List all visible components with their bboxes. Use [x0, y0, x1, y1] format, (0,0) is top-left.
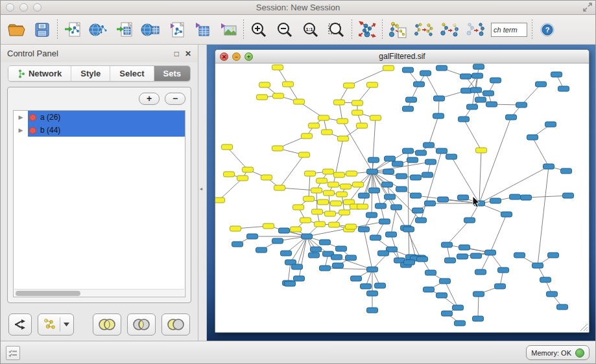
graph-node: [406, 97, 417, 102]
minimize-view-icon[interactable]: −: [232, 52, 241, 61]
graph-node: [324, 190, 335, 196]
graph-node: [274, 185, 285, 190]
graph-node: [334, 172, 345, 177]
split-sets-button[interactable]: [8, 313, 32, 336]
maximize-view-icon[interactable]: +: [244, 52, 253, 61]
close-window-icon[interactable]: [6, 3, 14, 12]
graph-node: [352, 110, 363, 115]
graph-node: [325, 211, 336, 216]
control-panel-tabbar: Network Style Select Sets: [1, 62, 198, 85]
network-canvas[interactable]: [215, 63, 589, 332]
graph-node: [232, 242, 243, 247]
zoom-window-icon[interactable]: [33, 3, 42, 12]
zoom-actual-size-button[interactable]: 1:1: [298, 17, 324, 43]
resize-arrows-icon[interactable]: [582, 2, 593, 12]
graph-node: [407, 157, 418, 163]
memory-status-label: Memory: OK: [531, 349, 571, 357]
panel-splitter[interactable]: ◂: [198, 45, 207, 341]
network-graph[interactable]: [215, 63, 588, 332]
show-all-button[interactable]: [462, 17, 488, 43]
graph-node: [498, 267, 509, 273]
save-session-button[interactable]: [29, 17, 55, 43]
close-panel-icon[interactable]: ✕: [185, 49, 191, 58]
zoom-selected-button[interactable]: [324, 17, 350, 43]
graph-node: [367, 291, 378, 296]
venn-union-icon: [97, 318, 117, 331]
graph-node: [367, 82, 378, 87]
network-from-selection-button[interactable]: [385, 17, 411, 43]
collapse-panel-icon[interactable]: ◂: [200, 186, 202, 192]
close-view-icon[interactable]: ✕: [220, 52, 228, 61]
horizontal-scrollbar[interactable]: [14, 289, 184, 296]
network-view-window[interactable]: ✕ − + galFiltered.sif: [215, 49, 590, 333]
intersection-sets-button[interactable]: [127, 313, 156, 336]
graph-node: [333, 263, 344, 268]
graph-node: [318, 115, 329, 120]
graph-node: [436, 148, 447, 154]
graph-node: [375, 283, 386, 288]
sets-list[interactable]: ▶ a (26) ▶ b (44): [13, 110, 185, 297]
tab-sets[interactable]: Sets: [154, 66, 190, 81]
graph-node: [272, 146, 283, 151]
export-image-button[interactable]: [215, 17, 241, 43]
resize-grip-icon[interactable]: [580, 323, 588, 332]
export-network-button[interactable]: [163, 17, 189, 43]
network-desktop: ✕ − + galFiltered.sif: [207, 45, 595, 341]
graph-node: [304, 196, 315, 201]
open-session-button[interactable]: [3, 17, 29, 43]
export-table-button[interactable]: [189, 17, 215, 43]
graph-node: [379, 219, 390, 224]
difference-sets-button[interactable]: [161, 313, 190, 336]
graph-node: [471, 253, 482, 258]
import-table-web-button[interactable]: [137, 17, 163, 43]
graph-node: [473, 316, 484, 321]
graph-node: [237, 176, 248, 181]
import-table-file-button[interactable]: [112, 17, 137, 43]
graph-node: [453, 305, 464, 310]
graph-node: [272, 65, 283, 70]
tab-style[interactable]: Style: [71, 66, 110, 81]
set-list-item-b[interactable]: ▶ b (44): [14, 124, 185, 137]
scrollbar-thumb[interactable]: [16, 291, 80, 296]
remove-set-button[interactable]: −: [165, 93, 185, 105]
control-panel-title: Control Panel: [7, 49, 169, 58]
graph-node: [475, 269, 486, 275]
import-network-web-button[interactable]: [86, 17, 112, 43]
search-input[interactable]: ch term: [491, 23, 527, 37]
window-titlebar[interactable]: Session: New Session: [1, 1, 595, 15]
network-window-title: galFiltered.sif: [379, 52, 425, 61]
graph-node: [442, 242, 453, 247]
graph-node: [416, 218, 427, 223]
network-window-titlebar[interactable]: ✕ − + galFiltered.sif: [215, 50, 589, 63]
zoom-out-button[interactable]: [272, 17, 298, 43]
import-network-file-button[interactable]: [60, 17, 86, 43]
add-set-button[interactable]: +: [139, 93, 160, 105]
select-from-network-button[interactable]: [411, 17, 436, 43]
mouse-cursor-icon: [472, 196, 481, 208]
graph-node: [561, 168, 572, 174]
tab-select[interactable]: Select: [110, 66, 154, 81]
status-bar: Memory: OK: [1, 341, 595, 364]
union-sets-button[interactable]: [93, 313, 121, 336]
minimize-window-icon[interactable]: [19, 3, 28, 12]
toolbar-separator: [243, 19, 244, 40]
graph-node: [320, 266, 331, 271]
help-button[interactable]: ?: [534, 17, 560, 43]
create-set-from-network-button[interactable]: [38, 313, 74, 336]
tab-network[interactable]: Network: [8, 66, 71, 81]
graph-node: [434, 96, 445, 101]
set-list-item-a[interactable]: ▶ a (26): [14, 111, 185, 124]
graph-node: [329, 222, 340, 227]
graph-node: [224, 172, 235, 177]
graph-node: [422, 172, 433, 177]
hide-selected-button[interactable]: [436, 17, 462, 43]
zoom-in-button[interactable]: [246, 17, 272, 43]
graph-node: [359, 193, 370, 198]
float-panel-icon[interactable]: □: [174, 49, 179, 58]
expander-triangle-icon[interactable]: ▶: [14, 114, 28, 120]
memory-status-button[interactable]: Memory: OK: [526, 345, 590, 360]
apply-layout-button[interactable]: [354, 17, 380, 43]
graph-node: [243, 167, 254, 172]
expander-triangle-icon[interactable]: ▶: [14, 127, 28, 133]
task-history-button[interactable]: [6, 346, 20, 360]
